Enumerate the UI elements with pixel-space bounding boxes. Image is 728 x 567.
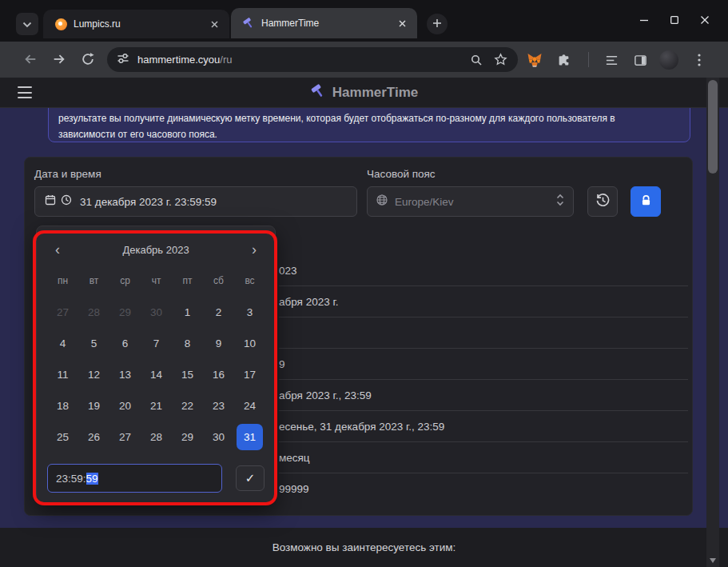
- tab-close-icon[interactable]: [395, 16, 409, 30]
- calendar-day[interactable]: 3: [234, 297, 265, 328]
- zoom-icon[interactable]: [468, 52, 484, 68]
- result-row[interactable]: 99999: [279, 473, 688, 505]
- calendar-day[interactable]: 5: [78, 328, 109, 359]
- tab-lumpics[interactable]: Lumpics.ru: [43, 10, 229, 38]
- globe-icon: [376, 194, 388, 210]
- maximize-button[interactable]: [659, 8, 690, 32]
- calendar-day[interactable]: 10: [234, 328, 265, 359]
- calendar-day[interactable]: 18: [47, 390, 78, 421]
- calendar-day[interactable]: 26: [78, 421, 109, 453]
- forward-button[interactable]: [48, 48, 70, 70]
- calendar-day[interactable]: 14: [141, 359, 172, 390]
- calendar-day[interactable]: 28: [141, 421, 172, 453]
- timezone-select[interactable]: Europe/Kiev: [367, 186, 574, 217]
- timezone-label: Часовой пояс: [367, 168, 436, 180]
- calendar-day[interactable]: 7: [141, 328, 172, 359]
- url-text: hammertime.cyou/ru: [137, 54, 232, 66]
- calendar-day[interactable]: 25: [47, 421, 78, 453]
- result-row[interactable]: 023: [279, 255, 688, 286]
- history-button[interactable]: [587, 186, 618, 217]
- result-row[interactable]: месяц: [279, 442, 688, 473]
- profile-avatar[interactable]: [659, 50, 678, 70]
- result-row[interactable]: абря 2023 г., 23:59: [279, 380, 688, 411]
- calendar-day[interactable]: 22: [172, 390, 203, 421]
- weekday-label: сб: [203, 272, 234, 289]
- calendar-day[interactable]: 29: [172, 421, 203, 453]
- metamask-extension-icon[interactable]: [523, 50, 546, 70]
- browser-toolbar: hammertime.cyou/ru: [0, 42, 728, 78]
- tab-strip: Lumpics.ru HammerTime: [0, 0, 728, 42]
- lumpics-favicon: [54, 18, 67, 30]
- calendar-day[interactable]: 16: [203, 359, 234, 390]
- calendar-day[interactable]: 19: [78, 390, 109, 421]
- result-row[interactable]: 9: [279, 349, 688, 380]
- calendar-day[interactable]: 30: [141, 297, 172, 328]
- intro-text-line: результате вы получите динамическую метк…: [58, 111, 680, 127]
- tab-close-icon[interactable]: [207, 17, 221, 31]
- weekday-label: пт: [172, 272, 203, 289]
- prev-month-button[interactable]: ‹: [47, 239, 68, 260]
- calendar-day-selected[interactable]: 31: [237, 424, 263, 450]
- browser-menu-icon[interactable]: [688, 50, 710, 70]
- timezone-value: Europe/Kiev: [395, 196, 549, 208]
- weekday-label: чт: [141, 272, 172, 289]
- extensions-puzzle-icon[interactable]: [552, 50, 575, 70]
- bookmark-star-icon[interactable]: [492, 52, 508, 68]
- checkmark-icon: ✓: [245, 471, 256, 485]
- side-panel-icon[interactable]: [629, 50, 651, 70]
- calendar-day[interactable]: 23: [203, 390, 234, 421]
- calendar-day[interactable]: 21: [141, 390, 172, 421]
- calendar-day[interactable]: 12: [78, 359, 109, 390]
- calendar-day[interactable]: 8: [172, 328, 203, 359]
- calendar-day[interactable]: 4: [47, 328, 78, 359]
- result-text-fragment: есенье, 31 декабря 2023 г., 23:59: [279, 421, 444, 433]
- page-content: результате вы получите динамическую метк…: [0, 78, 728, 567]
- calendar-day[interactable]: 6: [109, 328, 141, 359]
- close-button[interactable]: [690, 8, 720, 32]
- hammertime-logo-icon: [310, 83, 326, 102]
- tab-hammertime[interactable]: HammerTime: [231, 8, 417, 38]
- calendar-day[interactable]: 11: [47, 359, 78, 390]
- calendar-grid: 2728293012345678910111213141516171819202…: [47, 297, 265, 453]
- calendar-day[interactable]: 29: [109, 297, 141, 328]
- address-bar[interactable]: hammertime.cyou/ru: [107, 47, 518, 72]
- site-info-icon[interactable]: [117, 52, 129, 68]
- result-row[interactable]: абря 2023 г.: [279, 286, 688, 317]
- result-text-fragment: 99999: [279, 483, 309, 495]
- scrollbar-down-arrow[interactable]: [710, 558, 716, 563]
- forward-icon: [52, 52, 66, 66]
- confirm-time-button[interactable]: ✓: [236, 465, 265, 491]
- calendar-day[interactable]: 9: [203, 328, 234, 359]
- results-list: 023абря 2023 г.9абря 2023 г., 23:59есень…: [279, 255, 688, 505]
- scrollbar-track[interactable]: [706, 78, 719, 567]
- footer-suggestion-text: Возможно вы заинтересуетесь этим:: [0, 541, 728, 553]
- calendar-day[interactable]: 15: [172, 359, 203, 390]
- new-tab-button[interactable]: [427, 14, 448, 34]
- result-row[interactable]: есенье, 31 декабря 2023 г., 23:59: [279, 411, 688, 442]
- calendar-day[interactable]: 24: [234, 390, 265, 421]
- calendar-day[interactable]: 20: [109, 390, 141, 421]
- back-button[interactable]: [19, 48, 42, 70]
- reading-list-icon[interactable]: [600, 50, 623, 70]
- weekday-label: пн: [47, 272, 78, 289]
- toolbar-divider: [588, 52, 589, 67]
- calendar-day[interactable]: 2: [203, 297, 234, 328]
- calendar-day[interactable]: 17: [234, 359, 265, 390]
- datetime-value: 31 декабря 2023 г. 23:59:59: [80, 196, 217, 208]
- calendar-day[interactable]: 13: [109, 359, 141, 390]
- result-row[interactable]: [279, 317, 688, 349]
- time-input[interactable]: 23:59:59: [47, 464, 222, 493]
- minimize-button[interactable]: [629, 8, 659, 32]
- datetime-input[interactable]: 31 декабря 2023 г. 23:59:59: [34, 186, 357, 217]
- calendar-day[interactable]: 27: [47, 297, 78, 328]
- tab-search-button[interactable]: [16, 13, 38, 35]
- weekday-label: вт: [78, 272, 109, 289]
- calendar-day[interactable]: 28: [78, 297, 109, 328]
- reload-button[interactable]: [77, 48, 99, 70]
- lock-button[interactable]: [631, 186, 661, 217]
- scrollbar-thumb[interactable]: [708, 80, 718, 174]
- next-month-button[interactable]: ›: [244, 239, 265, 260]
- calendar-day[interactable]: 27: [109, 421, 141, 453]
- calendar-day[interactable]: 1: [172, 297, 203, 328]
- calendar-day[interactable]: 30: [203, 421, 234, 453]
